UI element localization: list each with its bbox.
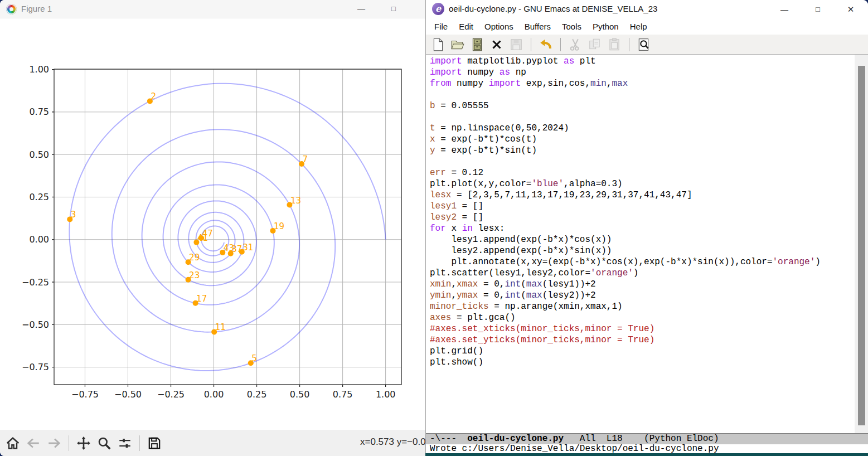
annotation-23: 23	[189, 270, 200, 280]
annotation-5: 5	[251, 353, 257, 363]
menu-item-help[interactable]: Help	[624, 18, 653, 35]
emacs-toolbar	[426, 35, 868, 55]
scrollbar[interactable]	[855, 55, 868, 433]
code-line[interactable]: err = 0.12	[430, 167, 821, 178]
figure-toolbar-buttons	[4, 434, 163, 452]
home-icon[interactable]	[4, 435, 21, 452]
annotation-17: 17	[196, 294, 207, 304]
code-line[interactable]: y = exp(-b*t)*sin(t)	[430, 145, 821, 156]
code-line[interactable]: lesy2.append(exp(-b*x)*sin(x))	[430, 245, 821, 256]
y-tick-label: 0.75	[29, 106, 49, 117]
code-line[interactable]: plt.grid()	[430, 346, 821, 357]
code-line[interactable]: lesx = [2,3,5,7,11,13,17,19,23,29,31,37,…	[430, 190, 821, 201]
y-tick-label: 0.50	[29, 149, 49, 160]
annotation-7: 7	[303, 154, 308, 164]
new-file-icon[interactable]	[431, 37, 445, 52]
undo-icon[interactable]	[539, 37, 553, 52]
desktop: Figure 1 — □ 23571113171923293137414347−…	[0, 0, 868, 456]
toolbar-separator	[629, 38, 629, 51]
annotation-31: 31	[243, 242, 253, 253]
menu-item-options[interactable]: Options	[479, 18, 519, 35]
save-icon[interactable]	[146, 435, 163, 452]
code-line[interactable]	[430, 111, 821, 123]
code-line[interactable]: lesy1.append(exp(-b*x)*cos(x))	[430, 234, 821, 245]
code-line[interactable]: import numpy as np	[430, 67, 821, 78]
figure-toolbar: x=0.573 y=−0.0	[0, 430, 425, 456]
y-tick-label: 0.25	[29, 192, 49, 202]
code-line[interactable]: for x in lesx:	[430, 223, 821, 234]
emacs-close-button[interactable]: ✕	[838, 0, 864, 18]
code-line[interactable]: lesy2 = []	[430, 212, 821, 223]
plot-grid	[54, 69, 401, 385]
code-line[interactable]: plt.plot(x,y,color='blue',alpha=0.3)	[430, 178, 821, 190]
emacs-logo-icon: e	[432, 3, 444, 15]
menu-item-buffers[interactable]: Buffers	[519, 18, 556, 35]
x-tick-label: −0.75	[71, 389, 99, 400]
figure-titlebar[interactable]: Figure 1 — □	[0, 0, 425, 18]
figure-minimize-button[interactable]: —	[349, 0, 374, 18]
menu-item-tools[interactable]: Tools	[556, 18, 587, 35]
code-line[interactable]: t = np.linspace(0,50,2024)	[430, 123, 821, 134]
menu-item-python[interactable]: Python	[587, 18, 624, 35]
code-line[interactable]: minor_ticks = np.arange(xmin,xmax,1)	[430, 301, 821, 312]
code-editor[interactable]: import matplotlib.pyplot as pltimport nu…	[430, 56, 821, 368]
plot-canvas[interactable]: 23571113171923293137414347−0.75−0.50−0.2…	[0, 18, 425, 430]
toolbar-separator	[139, 435, 140, 451]
code-line[interactable]: import matplotlib.pyplot as plt	[430, 56, 821, 67]
emacs-menubar: FileEditOptionsBuffersToolsPythonHelp	[426, 18, 868, 35]
annotation-43: 43	[224, 243, 234, 253]
subplots-icon[interactable]	[117, 435, 133, 452]
code-line[interactable]: plt.annotate(x,xy=(exp(-b*x)*cos(x),exp(…	[430, 256, 821, 268]
modeline-buffer-name: oeil-du-cyclone.py	[467, 434, 564, 444]
toolbar-separator	[531, 38, 531, 51]
save-buffer-icon	[509, 37, 523, 52]
emacs-window: e oeil-du-cyclone.py - GNU Emacs at DENI…	[425, 0, 868, 453]
y-tick-label: −0.50	[22, 319, 49, 330]
paste-icon	[607, 37, 622, 52]
emacs-window-title: oeil-du-cyclone.py - GNU Emacs at DENISE…	[449, 4, 657, 13]
code-line[interactable]: b = 0.05555	[430, 100, 821, 111]
scatter-points	[67, 98, 304, 366]
axes-spines	[54, 69, 401, 385]
x-tick-label: −0.25	[157, 389, 185, 400]
zoom-icon[interactable]	[96, 435, 113, 452]
search-icon[interactable]	[637, 37, 651, 52]
modeline-prefix: -\---	[430, 434, 467, 444]
back-icon	[25, 435, 42, 452]
code-line[interactable]	[430, 156, 821, 167]
emacs-minimize-button[interactable]: —	[772, 0, 797, 18]
code-line[interactable]: from numpy import exp,sin,cos,min,max	[430, 78, 821, 89]
toolbar-separator	[69, 435, 69, 451]
toolbar-separator	[560, 38, 561, 51]
x-tick-label: 0.25	[247, 389, 267, 400]
y-tick-label: 0.00	[29, 234, 49, 245]
code-line[interactable]: axes = plt.gca()	[430, 312, 821, 323]
code-line[interactable]: #axes.set_yticks(minor_ticks,minor = Tru…	[430, 334, 821, 346]
code-line[interactable]: #axes.set_xticks(minor_ticks,minor = Tru…	[430, 323, 821, 334]
open-file-icon[interactable]	[450, 37, 465, 52]
code-line[interactable]: x = exp(-b*t)*cos(t)	[430, 134, 821, 145]
code-line[interactable]: plt.show()	[430, 357, 821, 368]
y-tick-label: −0.25	[22, 277, 49, 288]
emacs-echo-area: Wrote c:/Users/Denise_Vella/Desktop/oeil…	[426, 444, 868, 453]
code-line[interactable]: plt.scatter(lesy1,lesy2,color='orange')	[430, 268, 821, 279]
annotation-2: 2	[151, 91, 156, 101]
code-line[interactable]	[430, 89, 821, 100]
menu-item-file[interactable]: File	[429, 18, 453, 35]
close-buffer-icon[interactable]	[489, 37, 504, 52]
figure-window-title: Figure 1	[21, 4, 52, 13]
emacs-titlebar[interactable]: e oeil-du-cyclone.py - GNU Emacs at DENI…	[426, 0, 868, 18]
menu-item-edit[interactable]: Edit	[453, 18, 479, 35]
emacs-maximize-button[interactable]: □	[805, 0, 831, 18]
taskbar-strip	[425, 453, 868, 456]
code-line[interactable]: ymin,ymax = 0,int(max(lesy2))+2	[430, 290, 821, 301]
pan-icon[interactable]	[75, 435, 92, 452]
figure-maximize-button[interactable]: □	[381, 0, 406, 18]
code-line[interactable]: xmin,xmax = 0,int(max(lesy1))+2	[430, 279, 821, 290]
matplotlib-logo-icon	[6, 4, 17, 14]
scrollbar-thumb[interactable]	[858, 66, 865, 425]
code-line[interactable]: lesy1 = []	[430, 201, 821, 212]
y-tick-label: −0.75	[22, 362, 49, 372]
annotation-13: 13	[290, 196, 301, 206]
dired-icon[interactable]	[470, 37, 484, 52]
